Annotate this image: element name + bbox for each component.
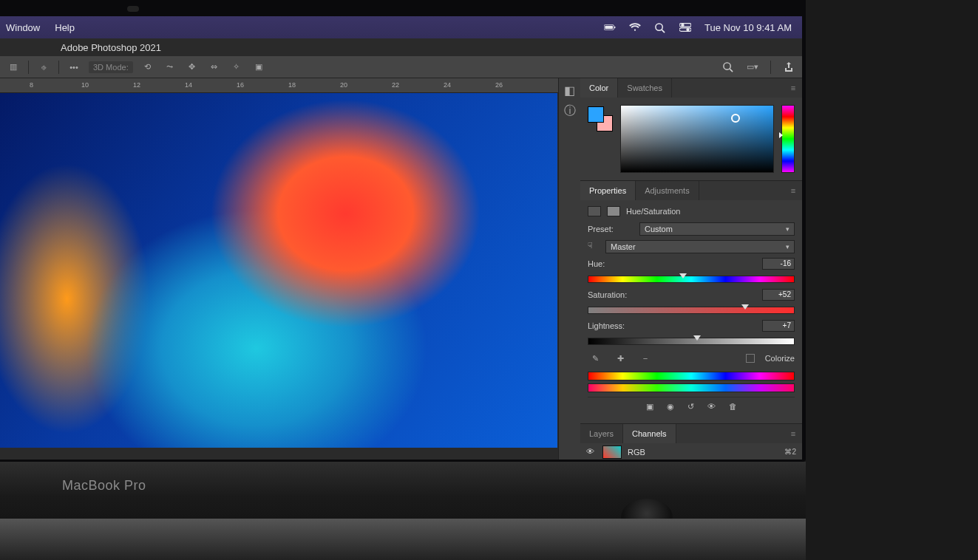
app-title-bar: Adobe Photoshop 2021: [0, 38, 802, 56]
tab-swatches[interactable]: Swatches: [618, 78, 672, 98]
hue-label: Hue:: [588, 259, 634, 268]
canvas-area: 8 10 12 14 16 18 20 22 24 26: [0, 78, 558, 460]
slide-icon[interactable]: ⇔: [207, 60, 222, 75]
info-icon[interactable]: ⓘ: [563, 103, 577, 118]
wifi-icon[interactable]: [629, 21, 641, 33]
laptop-camera: [127, 6, 139, 12]
preset-dropdown[interactable]: Custom▾: [639, 222, 795, 236]
tab-channels[interactable]: Channels: [623, 424, 676, 443]
panel-menu-icon[interactable]: ≡: [784, 78, 802, 98]
spotlight-icon[interactable]: [654, 21, 666, 33]
svg-line-10: [730, 69, 733, 72]
svg-line-4: [662, 30, 665, 33]
adjustment-type-icon: [588, 206, 601, 216]
delete-adjustment-icon[interactable]: 🗑: [729, 402, 737, 412]
color-range-dropdown[interactable]: Master▾: [605, 240, 795, 253]
tab-properties[interactable]: Properties: [580, 181, 636, 200]
tab-color[interactable]: Color: [580, 78, 618, 98]
more-options-icon[interactable]: •••: [67, 60, 81, 75]
color-panel: Color Swatches ≡: [580, 78, 802, 181]
app-title: Adobe Photoshop 2021: [61, 42, 161, 53]
options-bar: ▥ ⎆ ••• 3D Mode: ⟲ ⤳ ✥ ⇔ ✧ ▣ ▭▾: [0, 56, 802, 78]
ruler-mark: 22: [392, 81, 399, 89]
foreground-color-swatch[interactable]: [588, 106, 604, 123]
saturation-slider[interactable]: [588, 305, 795, 315]
channel-row[interactable]: 👁 RGB ⌘2: [580, 443, 802, 460]
colorize-label: Colorize: [765, 354, 795, 363]
toggle-visibility-icon[interactable]: 👁: [707, 402, 716, 412]
hue-value[interactable]: -16: [762, 258, 795, 270]
hue-strip[interactable]: [781, 105, 795, 173]
ruler-mark: 10: [81, 81, 89, 89]
ruler-mark: 26: [495, 81, 503, 89]
search-icon[interactable]: [720, 60, 735, 75]
lightness-label: Lightness:: [588, 321, 634, 330]
foreground-background-swatch[interactable]: [588, 106, 613, 132]
reset-icon[interactable]: ↺: [687, 402, 694, 412]
ruler-mark: 12: [133, 81, 140, 89]
svg-point-3: [656, 23, 662, 30]
svg-rect-1: [605, 26, 613, 29]
eyedropper-add-icon[interactable]: ✚: [613, 351, 628, 366]
eyedropper-subtract-icon[interactable]: −: [638, 351, 653, 366]
tab-layers[interactable]: Layers: [580, 424, 623, 443]
mask-icon: [607, 206, 620, 216]
hue-spectrum-before: [588, 372, 795, 380]
panel-menu-icon[interactable]: ≡: [784, 424, 802, 443]
preset-label: Preset:: [588, 225, 634, 233]
lightness-slider[interactable]: [588, 336, 795, 346]
roll-icon[interactable]: ⤳: [163, 60, 177, 75]
scale-icon[interactable]: ✧: [229, 60, 244, 75]
color-field[interactable]: [620, 105, 774, 173]
saturation-value[interactable]: +52: [762, 289, 795, 301]
ruler-mark: 18: [288, 81, 296, 89]
ruler-mark: 24: [444, 81, 451, 89]
ruler-mark: 20: [340, 81, 347, 89]
menu-help[interactable]: Help: [55, 22, 75, 33]
targeted-adjust-icon[interactable]: ☟: [588, 241, 600, 253]
document-canvas[interactable]: [0, 93, 557, 448]
battery-icon[interactable]: [604, 21, 616, 33]
hue-slider[interactable]: [588, 274, 795, 284]
visibility-icon[interactable]: 👁: [586, 447, 597, 457]
lightness-value[interactable]: +7: [762, 320, 795, 332]
share-icon[interactable]: [781, 60, 796, 75]
align-icon[interactable]: ⎆: [36, 60, 51, 75]
ruler-mark: 16: [237, 81, 244, 89]
camera-icon[interactable]: ▣: [251, 60, 266, 75]
workspace-switcher-icon[interactable]: ▭▾: [745, 60, 760, 75]
svg-rect-2: [614, 27, 615, 29]
histogram-icon[interactable]: ◧: [563, 83, 577, 98]
saturation-label: Saturation:: [588, 290, 634, 299]
ruler-horizontal[interactable]: 8 10 12 14 16 18 20 22 24 26: [0, 78, 558, 93]
laptop-brand: MacBook Pro: [0, 462, 806, 494]
ruler-mark: 14: [185, 81, 192, 89]
hue-spectrum-after: [588, 383, 795, 392]
adjustment-title: Hue/Saturation: [626, 207, 680, 216]
svg-point-9: [723, 63, 730, 69]
ruler-mark: 8: [30, 81, 33, 89]
menu-window[interactable]: Window: [6, 22, 40, 33]
menubar-clock[interactable]: Tue Nov 10 9:41 AM: [704, 22, 792, 33]
view-previous-icon[interactable]: ◉: [667, 402, 674, 412]
threed-mode-label: 3D Mode:: [89, 61, 133, 73]
properties-panel: Properties Adjustments ≡ Hue/Saturation: [580, 181, 802, 424]
svg-point-7: [681, 24, 684, 27]
pan-icon[interactable]: ✥: [185, 60, 200, 75]
eyedropper-icon[interactable]: ✎: [588, 351, 602, 366]
clip-to-layer-icon[interactable]: ▣: [646, 402, 653, 412]
laptop-side: [0, 519, 806, 560]
svg-point-8: [686, 28, 689, 31]
control-center-icon[interactable]: [679, 21, 691, 33]
channels-panel: Layers Channels ≡ 👁 RGB ⌘2: [580, 424, 802, 460]
colorize-checkbox[interactable]: [746, 354, 755, 363]
collapsed-panel-dock: ◧ ⓘ: [558, 78, 580, 460]
tab-adjustments[interactable]: Adjustments: [636, 181, 699, 200]
tool-preset-icon[interactable]: ▥: [6, 60, 21, 75]
macos-menubar: Window Help Tue Nov 10 9:41 AM: [0, 16, 802, 38]
orbit-icon[interactable]: ⟲: [140, 60, 155, 75]
panel-menu-icon[interactable]: ≡: [784, 181, 802, 200]
